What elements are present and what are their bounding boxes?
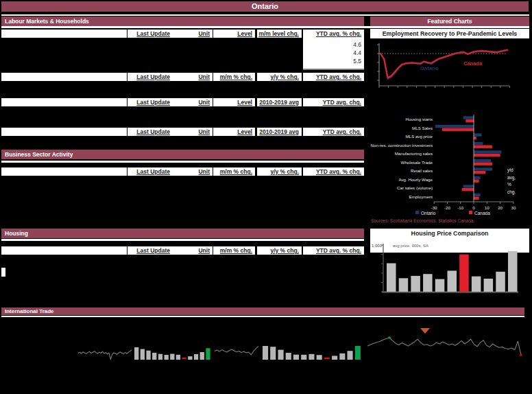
svg-text:20: 20 — [498, 205, 503, 210]
svg-text:Car sales (volume): Car sales (volume) — [397, 185, 433, 190]
svg-text:10: 10 — [485, 205, 489, 210]
section-banner-business-sector: Business Sector Activity — [1, 150, 364, 159]
ytd-sector-bar-chart: Housing startsMLS SalesMLS avg priceNon-… — [370, 114, 529, 225]
housing-price-comparison-chart: 1,000avg price, 000s, SA — [370, 238, 529, 300]
col-header-ytd-avg-chg: YTD avg. chg. — [302, 128, 364, 136]
chart-title-housing-price: Housing Price Comparison — [370, 229, 529, 238]
col-header-unit: Unit — [173, 73, 213, 81]
trade-minibars-2 — [262, 337, 363, 362]
svg-text:avg,: avg, — [507, 175, 516, 181]
divider — [1, 161, 364, 163]
col-header-2010-2019-avg: 2010-2019 avg — [255, 98, 302, 106]
row-label-cell — [1, 128, 127, 136]
svg-text:Wholesale Trade: Wholesale Trade — [401, 160, 433, 165]
trade-sparkline-3 — [367, 327, 522, 361]
trade-sparkline-2 — [214, 342, 259, 361]
section-banner-international-trade: International Trade — [1, 308, 524, 315]
col-header-unit: Unit — [173, 246, 213, 255]
ytd-avg-pct-chg-cell: YTD avg. % chg. 4.6 4.4 5.5 — [303, 30, 364, 69]
svg-text:Manufacturing sales: Manufacturing sales — [395, 151, 433, 156]
svg-text:Employment: Employment — [409, 194, 433, 199]
svg-text:Non-res. construction investme: Non-res. construction investment — [371, 143, 433, 148]
col-header-ytd-avg: YTD avg. % chg. — [303, 30, 364, 38]
trade-sparkline-1 — [77, 344, 132, 362]
employment-recovery-chart: OntarioCanada — [370, 38, 529, 92]
divider — [1, 26, 529, 28]
table-header-row-business: Last Update Unit m/m % chg. y/y % chg. Y… — [1, 167, 364, 176]
col-header-unit: Unit — [173, 30, 213, 38]
svg-text:-10: -10 — [457, 205, 464, 210]
svg-text:Sources: Scotiabank Economics,: Sources: Scotiabank Economics, Statistic… — [371, 218, 475, 223]
ytd-value: 5.5 — [303, 57, 364, 65]
svg-text:Retail sales: Retail sales — [411, 168, 433, 173]
svg-text:avg price, 000s, SA: avg price, 000s, SA — [393, 244, 428, 248]
col-header-mm-level-chg: m/m level chg. — [255, 30, 302, 38]
svg-text:0: 0 — [472, 205, 475, 210]
col-header-unit: Unit — [173, 167, 213, 176]
svg-text:Avg. Hourly Wage: Avg. Hourly Wage — [398, 177, 433, 182]
svg-text:Canada: Canada — [474, 211, 490, 216]
col-header-yy-pct-chg: y/y % chg. — [255, 167, 302, 176]
row-label-cell — [1, 30, 127, 38]
table-header-row-labour-2: Last Update Unit m/m % chg. y/y % chg. Y… — [1, 73, 364, 81]
svg-text:Canada: Canada — [463, 60, 483, 67]
col-header-last-update: Last Update — [127, 98, 173, 106]
svg-text:%: % — [507, 182, 511, 187]
divider — [1, 316, 524, 317]
col-header-mm-pct-chg: m/m % chg. — [213, 73, 255, 81]
svg-text:Ontario: Ontario — [421, 211, 436, 216]
col-header-mm-pct-chg: m/m % chg. — [213, 167, 255, 176]
col-header-mm-pct-chg: m/m % chg. — [213, 246, 255, 255]
table-header-row-housing: Last Update Unit m/m % chg. y/y % chg. Y… — [1, 246, 364, 255]
col-header-ytd-avg: YTD avg. % chg. — [302, 73, 364, 81]
col-header-ytd-avg: YTD avg. % chg. — [302, 246, 364, 255]
cell-bottom-border — [303, 69, 364, 70]
svg-text:1,000: 1,000 — [372, 244, 383, 248]
svg-text:MLS avg price: MLS avg price — [405, 134, 433, 139]
svg-text:ytd: ytd — [507, 167, 513, 173]
col-header-level: Level — [213, 98, 255, 106]
col-header-unit: Unit — [173, 98, 213, 106]
col-header-yy-pct-chg: y/y % chg. — [255, 246, 302, 255]
section-banner-labour-markets: Labour Markets & Households — [1, 16, 364, 26]
svg-text:Housing starts: Housing starts — [405, 117, 433, 121]
col-header-last-update: Last Update — [127, 73, 173, 81]
svg-text:-30: -30 — [431, 205, 438, 210]
col-header-last-update: Last Update — [127, 246, 173, 255]
row-label-cell — [1, 98, 127, 106]
table-header-row-labour-4: Last Update Unit Level 2010-2019 avg YTD… — [1, 128, 364, 136]
table-header-row-labour-1: Last Update Unit Level m/m level chg. — [1, 30, 302, 38]
ytd-value: 4.6 — [303, 40, 364, 49]
col-header-level: Level — [213, 128, 255, 136]
col-header-ytd-avg-chg: YTD avg. chg. — [302, 98, 364, 106]
chart-title-employment-recovery: Employment Recovery to Pre-Pandemic Leve… — [370, 29, 529, 38]
section-banner-housing: Housing — [1, 229, 364, 238]
divider — [1, 239, 364, 241]
col-header-last-update: Last Update — [127, 30, 173, 38]
table-header-row-labour-3: Last Update Unit Level 2010-2019 avg YTD… — [1, 98, 364, 106]
row-label-cell — [1, 73, 127, 81]
page-title: Ontario — [1, 1, 529, 12]
col-header-level: Level — [213, 30, 255, 38]
col-header-yy-pct-chg: y/y % chg. — [255, 73, 302, 81]
col-header-2010-2019-avg: 2010-2019 avg — [255, 128, 302, 136]
row-label-cell — [1, 167, 127, 176]
svg-text:30: 30 — [511, 205, 516, 210]
svg-text:chg.: chg. — [507, 189, 516, 195]
col-header-last-update: Last Update — [127, 167, 173, 176]
row-label-cell — [1, 246, 127, 255]
blank-cell — [1, 268, 5, 277]
col-header-last-update: Last Update — [127, 128, 173, 136]
col-header-ytd-avg: YTD avg. % chg. — [302, 167, 364, 176]
trade-minibars-1 — [134, 340, 213, 362]
svg-text:Ontario: Ontario — [420, 65, 439, 71]
divider — [1, 14, 529, 16]
section-banner-featured-charts: Featured Charts — [370, 16, 529, 26]
col-header-unit: Unit — [173, 128, 213, 136]
svg-text:-20: -20 — [444, 205, 451, 210]
ytd-value: 4.4 — [303, 49, 364, 57]
svg-text:MLS Sales: MLS Sales — [412, 126, 433, 130]
ontario-dashboard-page: Ontario Labour Markets & Households Feat… — [0, 0, 532, 394]
